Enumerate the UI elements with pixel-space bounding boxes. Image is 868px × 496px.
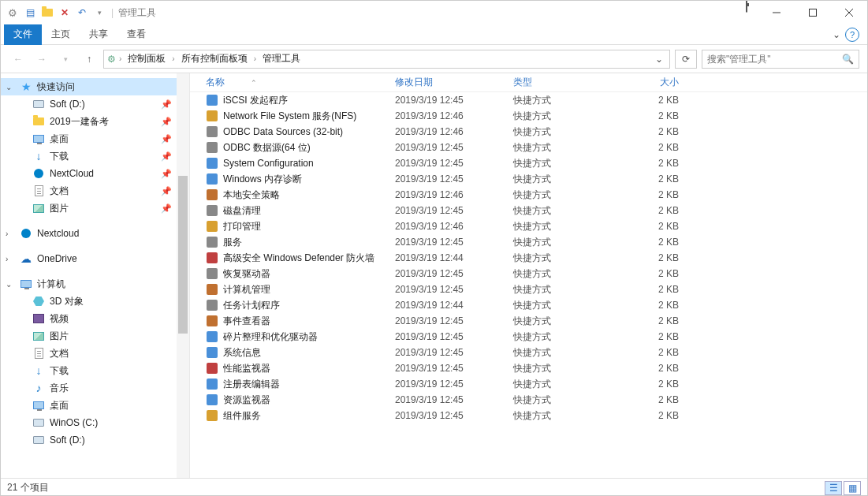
pic-icon <box>32 202 45 214</box>
sidebar-nextcloud[interactable]: › Nextcloud <box>1 225 189 242</box>
file-icon <box>206 362 218 375</box>
file-size: 2 KB <box>616 205 679 216</box>
expand-icon[interactable]: ⌄ <box>6 83 12 91</box>
qat-new-folder-icon[interactable] <box>40 6 54 20</box>
expand-icon[interactable]: › <box>6 229 8 238</box>
sidebar-item[interactable]: WinOS (C:) <box>1 414 189 431</box>
tab-share[interactable]: 共享 <box>80 24 117 45</box>
help-button[interactable]: ? <box>845 28 859 42</box>
qat-dropdown-icon[interactable]: ▾ <box>92 6 106 20</box>
file-date: 2019/3/19 12:45 <box>395 410 513 421</box>
file-row[interactable]: System Configuration2019/3/19 12:45快捷方式2… <box>190 155 867 171</box>
ribbon-expand-icon[interactable]: ⌄ <box>833 29 840 40</box>
view-icons-button[interactable]: ▦ <box>844 481 861 495</box>
view-details-button[interactable]: ☰ <box>825 481 842 495</box>
nav-forward-button[interactable]: → <box>32 50 51 69</box>
file-row[interactable]: 高级安全 Windows Defender 防火墙2019/3/19 12:44… <box>190 250 867 266</box>
file-row[interactable]: 事件查看器2019/3/19 12:45快捷方式2 KB <box>190 313 867 329</box>
file-row[interactable]: 任务计划程序2019/3/19 12:44快捷方式2 KB <box>190 297 867 313</box>
file-rows: iSCSI 发起程序2019/3/19 12:45快捷方式2 KBNetwork… <box>190 92 867 478</box>
app-icon: ⚙ <box>6 6 20 20</box>
file-row[interactable]: 恢复驱动器2019/3/19 12:45快捷方式2 KB <box>190 266 867 282</box>
address-dropdown-icon[interactable]: ⌄ <box>652 54 666 65</box>
tab-home[interactable]: 主页 <box>42 24 80 45</box>
nav-up-button[interactable]: ↑ <box>80 50 99 69</box>
sidebar-item[interactable]: 文档 <box>1 345 189 362</box>
sidebar-item[interactable]: ↓下载📌 <box>1 147 189 165</box>
sidebar-item[interactable]: 文档📌 <box>1 182 189 200</box>
sidebar-item[interactable]: 2019一建备考📌 <box>1 113 189 130</box>
sidebar-scrollbar-thumb[interactable] <box>178 176 188 334</box>
sidebar-item[interactable]: NextCloud📌 <box>1 165 189 182</box>
expand-icon[interactable]: ⌄ <box>6 280 12 289</box>
column-header-name[interactable]: 名称 ⌃ <box>206 76 395 89</box>
qat-undo-icon[interactable]: ↶ <box>75 6 89 20</box>
file-size: 2 KB <box>616 347 679 358</box>
file-row[interactable]: ODBC Data Sources (32-bit)2019/3/19 12:4… <box>190 124 867 140</box>
file-row[interactable]: 碎片整理和优化驱动器2019/3/19 12:45快捷方式2 KB <box>190 329 867 345</box>
breadcrumb[interactable]: 管理工具 <box>259 52 304 65</box>
file-date: 2019/3/19 12:46 <box>395 110 513 121</box>
sidebar-item[interactable]: 图片 <box>1 327 189 345</box>
file-row[interactable]: 组件服务2019/3/19 12:45快捷方式2 KB <box>190 408 867 423</box>
file-row[interactable]: Windows 内存诊断2019/3/19 12:45快捷方式2 KB <box>190 171 867 187</box>
sidebar-scrollbar-track[interactable] <box>177 73 189 478</box>
sidebar-item[interactable]: 视频 <box>1 310 189 327</box>
close-button[interactable] <box>831 1 867 24</box>
chevron-right-icon[interactable]: › <box>172 54 174 63</box>
column-header-size[interactable]: 大小 <box>616 76 679 89</box>
sidebar-item[interactable]: ↓下载 <box>1 362 189 379</box>
file-row[interactable]: iSCSI 发起程序2019/3/19 12:45快捷方式2 KB <box>190 92 867 108</box>
maximize-button[interactable] <box>795 1 831 24</box>
sidebar-item[interactable]: 桌面📌 <box>1 130 189 147</box>
file-row[interactable]: 系统信息2019/3/19 12:45快捷方式2 KB <box>190 345 867 360</box>
search-icon[interactable]: 🔍 <box>842 54 854 65</box>
chevron-right-icon[interactable]: › <box>119 54 121 63</box>
sidebar-item[interactable]: ♪音乐 <box>1 379 189 397</box>
address-bar[interactable]: ⚙ › 控制面板 › 所有控制面板项 › 管理工具 ⌄ <box>103 50 670 69</box>
file-name: 计算机管理 <box>223 283 395 296</box>
file-row[interactable]: 计算机管理2019/3/19 12:45快捷方式2 KB <box>190 282 867 297</box>
nav-recent-dropdown[interactable]: ▾ <box>56 50 75 69</box>
file-row[interactable]: 性能监视器2019/3/19 12:45快捷方式2 KB <box>190 360 867 376</box>
sidebar-item[interactable]: Soft (D:) <box>1 431 189 449</box>
file-date: 2019/3/19 12:46 <box>395 221 513 232</box>
sidebar-label: Nextcloud <box>37 228 79 239</box>
sidebar-item[interactable]: 3D 对象 <box>1 293 189 310</box>
file-row[interactable]: 注册表编辑器2019/3/19 12:45快捷方式2 KB <box>190 376 867 392</box>
file-size: 2 KB <box>616 142 679 153</box>
file-date: 2019/3/19 12:45 <box>395 95 513 106</box>
sidebar-item[interactable]: 桌面 <box>1 397 189 414</box>
minimize-button[interactable] <box>758 1 795 24</box>
sidebar-quick-access[interactable]: ⌄ ★ 快速访问 <box>1 78 189 95</box>
file-row[interactable]: 服务2019/3/19 12:45快捷方式2 KB <box>190 234 867 250</box>
qat-delete-icon[interactable]: ✕ <box>58 6 72 20</box>
qat-properties-icon[interactable]: ▤ <box>23 6 37 20</box>
breadcrumb[interactable]: 控制面板 <box>125 52 169 65</box>
breadcrumb[interactable]: 所有控制面板项 <box>178 52 251 65</box>
expand-icon[interactable]: › <box>6 255 8 263</box>
column-header-date[interactable]: 修改日期 <box>395 76 513 89</box>
tab-file[interactable]: 文件 <box>4 24 42 45</box>
file-row[interactable]: ODBC 数据源(64 位)2019/3/19 12:45快捷方式2 KB <box>190 140 867 155</box>
column-header-type[interactable]: 类型 <box>513 76 616 89</box>
sidebar-item[interactable]: 图片📌 <box>1 200 189 217</box>
file-name: Network File System 服务(NFS) <box>223 110 395 123</box>
refresh-button[interactable]: ⟳ <box>675 50 697 69</box>
search-box[interactable]: 🔍 <box>702 50 859 69</box>
file-row[interactable]: 磁盘清理2019/3/19 12:45快捷方式2 KB <box>190 203 867 218</box>
nav-back-button[interactable]: ← <box>9 50 28 69</box>
tab-view[interactable]: 查看 <box>117 24 155 45</box>
sidebar-onedrive[interactable]: › ☁ OneDrive <box>1 250 189 267</box>
file-row[interactable]: Network File System 服务(NFS)2019/3/19 12:… <box>190 108 867 124</box>
file-size: 2 KB <box>616 300 679 311</box>
file-date: 2019/3/19 12:46 <box>395 189 513 200</box>
sidebar-item[interactable]: Soft (D:)📌 <box>1 95 189 113</box>
chevron-right-icon[interactable]: › <box>254 54 256 63</box>
sidebar-computer[interactable]: ⌄ 计算机 <box>1 275 189 293</box>
search-input[interactable] <box>707 54 833 65</box>
file-type: 快捷方式 <box>513 315 616 328</box>
file-row[interactable]: 资源监视器2019/3/19 12:45快捷方式2 KB <box>190 392 867 408</box>
file-row[interactable]: 打印管理2019/3/19 12:46快捷方式2 KB <box>190 218 867 234</box>
file-row[interactable]: 本地安全策略2019/3/19 12:46快捷方式2 KB <box>190 187 867 203</box>
